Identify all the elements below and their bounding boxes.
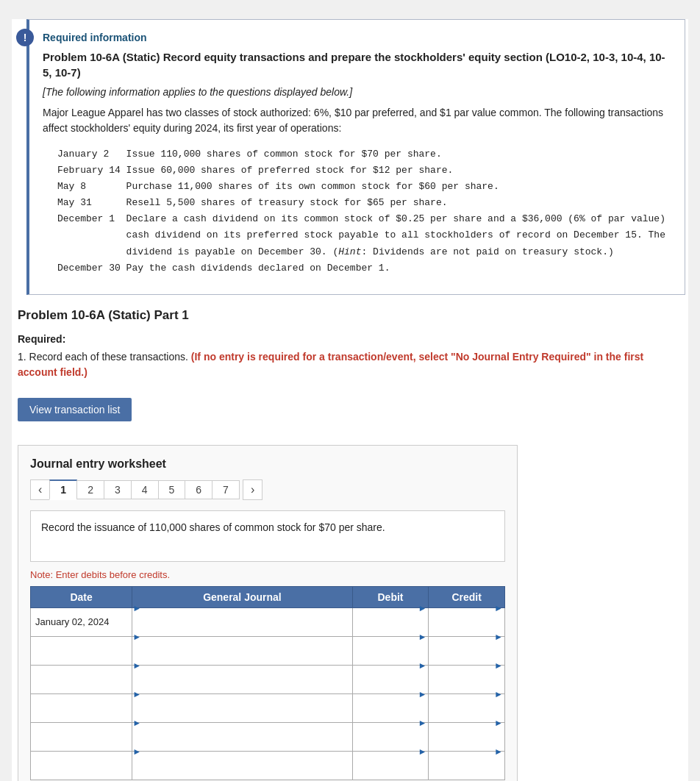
note-text: Note: Enter debits before credits. xyxy=(30,569,505,580)
view-transaction-button[interactable]: View transaction list xyxy=(18,398,132,421)
tab-7-button[interactable]: 7 xyxy=(212,480,240,499)
debit-input-5[interactable] xyxy=(353,728,429,756)
col-date-header: Date xyxy=(31,586,132,607)
credit-cell-1[interactable]: ► xyxy=(429,607,505,636)
tab-3-button[interactable]: 3 xyxy=(104,480,132,499)
info-box: ! Required information Problem 10-6A (St… xyxy=(26,19,685,295)
date-cell-4 xyxy=(31,693,132,722)
debit-input-4[interactable] xyxy=(353,699,429,727)
date-cell-6 xyxy=(31,751,132,780)
page-container: ! Required information Problem 10-6A (St… xyxy=(12,19,688,781)
col-credit-header: Credit xyxy=(429,586,505,607)
instruction-box: Record the issuance of 110,000 shares of… xyxy=(30,510,505,562)
table-row: January 02, 2024 ► ► ► xyxy=(31,607,505,636)
credit-input-3[interactable] xyxy=(429,671,504,699)
credit-input-4[interactable] xyxy=(429,699,504,727)
required-text: Record each of these transactions. xyxy=(29,351,188,363)
tab-next-button[interactable]: › xyxy=(243,479,262,500)
tab-5-button[interactable]: 5 xyxy=(158,480,186,499)
date-cell-1: January 02, 2024 xyxy=(31,607,132,636)
col-journal-header: General Journal xyxy=(132,586,352,607)
journal-input-5[interactable] xyxy=(132,728,351,756)
credit-input-6[interactable] xyxy=(429,757,504,781)
journal-cell-1[interactable]: ► xyxy=(132,607,352,636)
journal-input-6[interactable] xyxy=(132,757,351,781)
required-number: 1. xyxy=(18,351,26,363)
required-label: Required: xyxy=(18,333,682,345)
journal-input-1[interactable] xyxy=(132,613,351,641)
credit-input-2[interactable] xyxy=(429,642,504,670)
required-note: 1. Record each of these transactions. (I… xyxy=(18,349,682,380)
tab-1-button[interactable]: 1 xyxy=(49,479,77,500)
worksheet-title: Journal entry worksheet xyxy=(30,457,505,471)
date-cell-5 xyxy=(31,722,132,751)
debit-input-2[interactable] xyxy=(353,642,429,670)
view-transaction-container: View transaction list xyxy=(12,398,688,445)
journal-table: Date General Journal Debit Credit Januar… xyxy=(30,586,505,780)
tab-4-button[interactable]: 4 xyxy=(131,480,159,499)
part-title: Problem 10-6A (Static) Part 1 xyxy=(12,308,688,323)
date-cell-3 xyxy=(31,665,132,693)
required-info-label: Required information xyxy=(43,32,671,43)
required-section: Required: 1. Record each of these transa… xyxy=(12,333,688,398)
journal-input-3[interactable] xyxy=(132,671,351,699)
tab-2-button[interactable]: 2 xyxy=(76,480,104,499)
col-debit-header: Debit xyxy=(352,586,429,607)
problem-title: Problem 10-6A (Static) Record equity tra… xyxy=(43,49,671,80)
problem-desc: Major League Apparel has two classes of … xyxy=(43,105,671,136)
problem-subtitle: [The following information applies to th… xyxy=(43,86,671,98)
debit-input-6[interactable] xyxy=(353,757,429,781)
tab-6-button[interactable]: 6 xyxy=(185,480,213,499)
debit-input-1[interactable] xyxy=(353,613,429,641)
info-icon: ! xyxy=(16,29,34,46)
transactions-table: January 2 Issue 110,000 shares of common… xyxy=(57,146,671,277)
worksheet-container: Journal entry worksheet ‹ 1 2 3 4 5 6 7 … xyxy=(18,445,518,781)
date-cell-2 xyxy=(31,636,132,665)
journal-input-2[interactable] xyxy=(132,642,351,670)
credit-input-5[interactable] xyxy=(429,728,504,756)
journal-input-4[interactable] xyxy=(132,699,351,727)
tab-prev-button[interactable]: ‹ xyxy=(30,479,50,500)
tab-navigation: ‹ 1 2 3 4 5 6 7 › xyxy=(30,479,505,500)
debit-input-3[interactable] xyxy=(353,671,429,699)
debit-cell-1[interactable]: ► xyxy=(352,607,429,636)
credit-input-1[interactable] xyxy=(429,613,504,641)
